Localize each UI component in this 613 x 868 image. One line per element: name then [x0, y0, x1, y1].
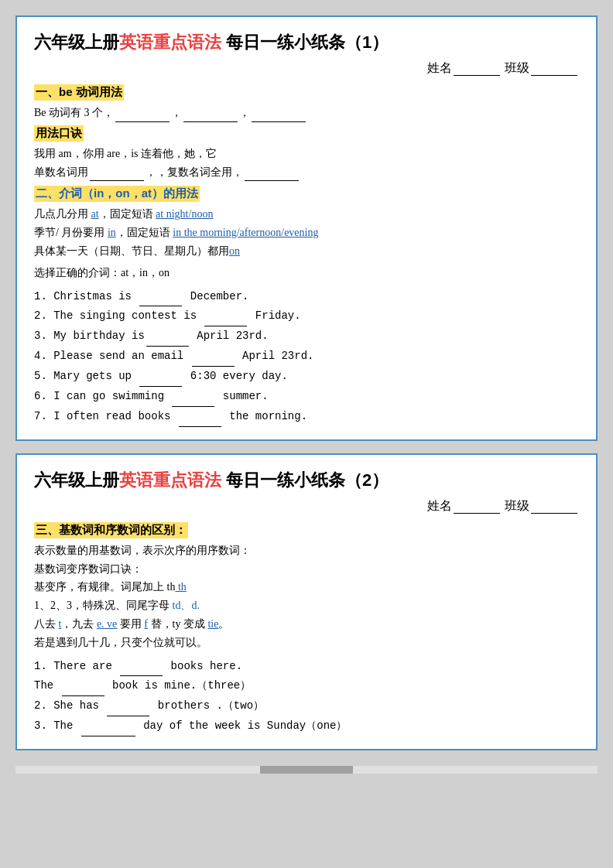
name-blank-2: [454, 499, 500, 514]
ex2-2: 2. She has brothers .（two）: [34, 696, 579, 716]
title2-black1: 六年级上册: [34, 470, 119, 490]
name-class-line: 姓名 班级: [34, 60, 579, 77]
rule2-5: 八去 t，九去 e. ve 要用 f 替，ty 变成 tie。: [34, 615, 579, 634]
be-line: Be 动词有 3 个，，，: [34, 104, 579, 122]
class-blank-2: [531, 499, 577, 514]
section1-title: 一、be 动词用法: [34, 84, 124, 101]
rule1-link: at night/noon: [156, 208, 213, 220]
rule2-line: 季节/ 月份要用 in，固定短语 in the morning/afternoo…: [34, 224, 579, 242]
blank3: [252, 121, 306, 122]
name-class-line-2: 姓名 班级: [34, 498, 579, 514]
class-label: 班级: [505, 61, 529, 74]
card-1: 六年级上册英语重点语法 每日一练小纸条（1） 姓名 班级 一、be 动词用法 B…: [15, 15, 598, 441]
name-label: 姓名: [427, 61, 452, 74]
blank5: [245, 180, 299, 181]
rule2-3: 基变序，有规律。词尾加上 th th: [34, 578, 579, 596]
rule2-in: in: [108, 227, 116, 238]
name-blank: [454, 61, 500, 76]
ex-7: 7. I often read books the morning.: [34, 407, 579, 427]
ex2-3-blank: [81, 736, 135, 736]
card-2: 六年级上册英语重点语法 每日一练小纸条（2） 姓名 班级 三、基数词和序数词的区…: [15, 453, 598, 750]
rules-block: 表示数量的用基数词，表示次序的用序数词： 基数词变序数词口诀： 基变序，有规律。…: [34, 542, 579, 652]
ex-5: 5. Mary gets up 6:30 every day.: [34, 367, 579, 387]
exercises-section: 1. Christmas is December. 2. The singing…: [34, 287, 579, 427]
th-word: th: [175, 581, 186, 593]
title-black1: 六年级上册: [34, 32, 119, 52]
ex-4: 4. Please send an email April 23rd.: [34, 347, 579, 367]
title-red: 英语重点语法: [119, 32, 221, 52]
rule2-4: 1、2、3，特殊况、同尾字母 td、d.: [34, 596, 579, 615]
exercises-section-2: 1. There are books here. The book is min…: [34, 657, 579, 737]
rule2-1: 表示数量的用基数词，表示次序的用序数词：: [34, 542, 579, 560]
ex2-1: 1. There are books here.: [34, 657, 579, 677]
usage-title: 用法口诀: [34, 125, 84, 142]
ex2-3: 3. The day of the week is Sunday（one）: [34, 716, 579, 736]
ve-letters: ve: [104, 618, 118, 630]
ex-6: 6. I can go swimming summer.: [34, 387, 579, 407]
blank1: [115, 121, 170, 122]
rule1-line: 几点几分用 at，固定短语 at night/noon: [34, 205, 579, 224]
scrollbar-thumb[interactable]: [260, 766, 353, 774]
scrollbar[interactable]: [15, 766, 598, 774]
name-label-2: 姓名: [427, 499, 452, 512]
title-black2: 每日一练小纸条（1）: [221, 32, 389, 52]
card-2-title: 六年级上册英语重点语法 每日一练小纸条（2）: [34, 469, 579, 492]
usage2: 单数名词用，，复数名词全用，: [34, 163, 579, 182]
blank2: [183, 121, 238, 122]
section2-title: 二、介词（in，on，at）的用法: [34, 186, 200, 202]
class-blank: [531, 61, 577, 76]
rule1-at: at: [91, 208, 99, 220]
ex-3: 3. My birthday is April 23rd.: [34, 326, 579, 347]
rule2-2: 基数词变序数词口诀：: [34, 560, 579, 579]
title2-black2: 每日一练小纸条（2）: [221, 470, 389, 490]
class-label-2: 班级: [505, 499, 529, 512]
choose-label: 选择正确的介词：at，in，on: [34, 264, 579, 282]
card-1-title: 六年级上册英语重点语法 每日一练小纸条（1）: [34, 31, 579, 54]
ex7-blank: [179, 426, 221, 427]
rule2-6: 若是遇到几十几，只变个位就可以。: [34, 634, 579, 652]
tie-word: tie: [207, 618, 218, 630]
blank4: [90, 180, 144, 181]
ex-2: 2. The singing contest is Friday.: [34, 306, 579, 326]
usage1: 我用 am，你用 are，is 连着他，她，它: [34, 145, 579, 163]
rule3-on: on: [229, 245, 240, 257]
ex-1: 1. Christmas is December.: [34, 287, 579, 307]
td-d: td、d.: [173, 600, 200, 611]
title2-red: 英语重点语法: [119, 470, 221, 490]
section3-title: 三、基数词和序数词的区别：: [34, 522, 188, 538]
ex2-1b: The book is mine.（three）: [34, 676, 579, 696]
rule2-link: in the morning/afternoon/evening: [173, 227, 318, 238]
rule3-line: 具体某一天（日期、节日、星期几）都用on: [34, 242, 579, 261]
